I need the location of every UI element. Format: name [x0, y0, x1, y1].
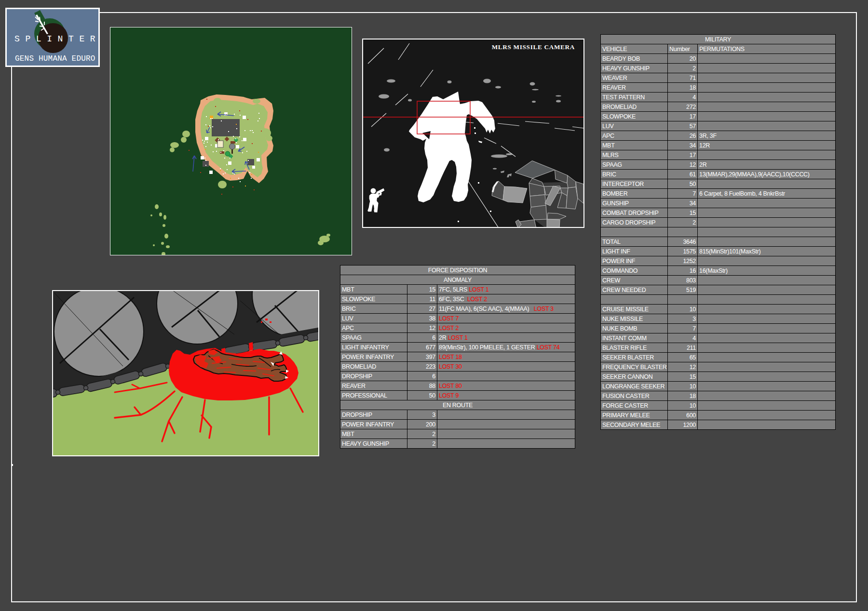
svg-text:MLRS MISSILE CAMERA: MLRS MISSILE CAMERA	[492, 43, 575, 51]
